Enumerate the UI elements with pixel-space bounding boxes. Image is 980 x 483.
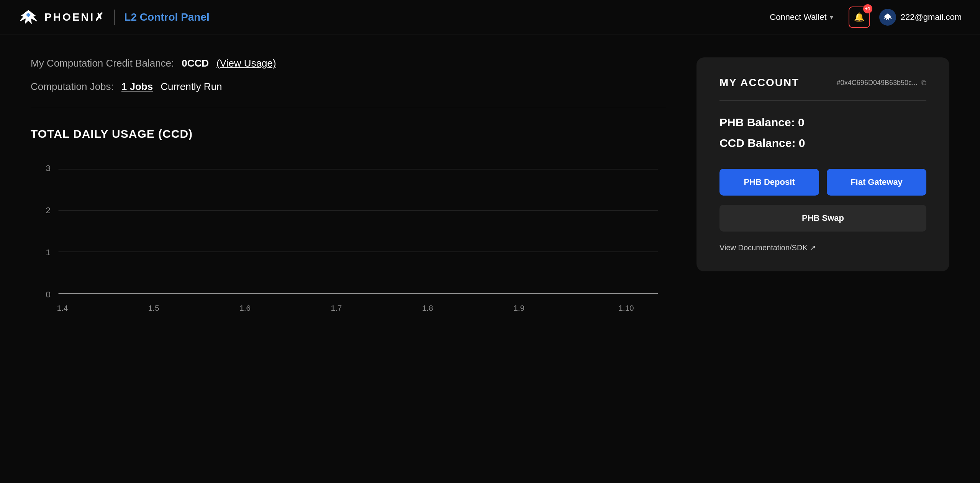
svg-text:1.6: 1.6 (239, 304, 251, 312)
view-docs-link[interactable]: View Documentation/SDK ↗ (719, 243, 816, 252)
view-usage-link[interactable]: (View Usage) (216, 57, 276, 69)
svg-text:1.8: 1.8 (422, 304, 433, 312)
jobs-link[interactable]: 1 Jobs (121, 81, 153, 93)
chart-title: TOTAL DAILY USAGE (CCD) (31, 127, 666, 140)
address-text: #0x4C696D049B63b50c... (837, 79, 918, 87)
connect-wallet-button[interactable]: Connect Wallet ▾ (764, 9, 839, 25)
svg-text:1.9: 1.9 (513, 304, 524, 312)
account-divider (719, 100, 926, 101)
svg-text:1.7: 1.7 (331, 304, 342, 312)
svg-text:1.10: 1.10 (618, 304, 634, 312)
user-area: 222@gmail.com (879, 9, 962, 26)
right-panel: MY ACCOUNT #0x4C696D049B63b50c... ⧉ PHB … (696, 57, 949, 271)
header-left: PHOENI✗ L2 Control Panel (18, 10, 210, 25)
balance-row: My Computation Credit Balance: 0CCD (Vie… (31, 57, 666, 69)
chevron-down-icon: ▾ (830, 13, 833, 21)
svg-text:2: 2 (46, 206, 51, 215)
notification-button[interactable]: 🔔 +1 (849, 7, 870, 28)
left-panel: My Computation Credit Balance: 0CCD (Vie… (31, 57, 666, 320)
avatar (879, 9, 896, 26)
svg-text:1.5: 1.5 (148, 304, 159, 312)
header: PHOENI✗ L2 Control Panel Connect Wallet … (0, 0, 980, 34)
notification-badge: +1 (863, 4, 872, 13)
buttons-row: PHB Deposit Fiat Gateway (719, 169, 926, 196)
phb-balance: PHB Balance: 0 (719, 116, 926, 129)
main-content: My Computation Credit Balance: 0CCD (Vie… (0, 34, 980, 343)
page-title: L2 Control Panel (124, 11, 209, 23)
user-email: 222@gmail.com (901, 12, 962, 22)
svg-text:0: 0 (46, 290, 51, 299)
svg-text:1.4: 1.4 (57, 304, 68, 312)
header-divider (114, 10, 115, 25)
header-right: Connect Wallet ▾ 🔔 +1 222@gmail.com (764, 7, 962, 28)
phoenix-logo-icon (18, 10, 38, 25)
account-header: MY ACCOUNT #0x4C696D049B63b50c... ⧉ (719, 77, 926, 89)
account-title: MY ACCOUNT (719, 77, 799, 89)
account-address: #0x4C696D049B63b50c... ⧉ (837, 79, 926, 87)
fiat-gateway-button[interactable]: Fiat Gateway (827, 169, 926, 196)
svg-text:1: 1 (46, 248, 51, 257)
connect-wallet-label: Connect Wallet (770, 12, 826, 22)
chart-area: 3 2 1 0 1.4 1.5 1.6 1.7 1.8 1.9 1.10 (31, 160, 666, 320)
ccd-balance: CCD Balance: 0 (719, 137, 926, 150)
phb-deposit-button[interactable]: PHB Deposit (719, 169, 819, 196)
account-card: MY ACCOUNT #0x4C696D049B63b50c... ⧉ PHB … (696, 57, 949, 271)
phb-swap-button[interactable]: PHB Swap (719, 205, 926, 232)
logo-text: PHOENI✗ (44, 11, 105, 23)
jobs-row: Computation Jobs: 1 Jobs Currently Run (31, 81, 666, 93)
jobs-running: Currently Run (161, 81, 222, 93)
chart-svg: 3 2 1 0 1.4 1.5 1.6 1.7 1.8 1.9 1.10 (31, 160, 666, 320)
balance-value: 0CCD (182, 57, 209, 69)
balance-label: My Computation Credit Balance: (31, 57, 174, 69)
jobs-label: Computation Jobs: (31, 81, 114, 93)
bell-icon: 🔔 (854, 12, 864, 22)
svg-text:3: 3 (46, 163, 51, 173)
copy-icon[interactable]: ⧉ (921, 79, 926, 87)
logo-area: PHOENI✗ (18, 10, 105, 25)
section-divider (31, 108, 666, 108)
